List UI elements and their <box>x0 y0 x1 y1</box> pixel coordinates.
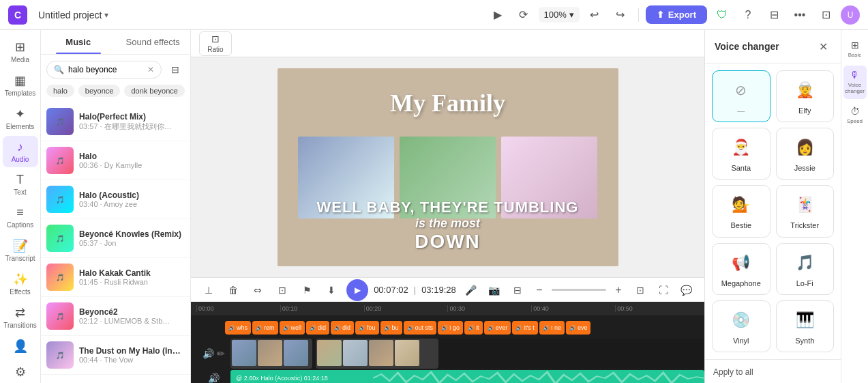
project-name-container[interactable]: Untitled project ▾ <box>38 10 108 20</box>
sidebar-item-transitions[interactable]: ⇄ Transitions <box>3 301 38 333</box>
download-button[interactable]: ⬇ <box>322 281 341 300</box>
tag-beyonce[interactable]: beyonce <box>78 85 121 97</box>
video-volume-button[interactable]: 🔊 <box>203 348 214 359</box>
video-block-1 <box>230 339 312 369</box>
chip[interactable]: 🔊I go <box>438 321 463 335</box>
search-icon: 🔍 <box>54 65 64 74</box>
list-item[interactable]: 🎵 Halo 00:36 · Dy Kamylle <box>41 141 190 180</box>
tab-music[interactable]: Music <box>41 30 116 54</box>
rewind-button[interactable]: ⟳ <box>513 4 535 26</box>
list-item[interactable]: 🎵 Halo Kakak Cantik 01:45 · Rusli Ridwan <box>41 258 190 297</box>
split-clip-button[interactable]: ⊥ <box>199 281 218 300</box>
chip[interactable]: 🔊did <box>331 321 354 335</box>
search-filter-button[interactable]: ⊟ <box>166 60 185 79</box>
flag-button[interactable]: ⚑ <box>297 281 316 300</box>
sidebar-item-audio[interactable]: ♪ Audio <box>3 136 38 167</box>
chip[interactable]: 🔊fou <box>355 321 379 335</box>
list-item[interactable]: 🎵 Halo (Acoustic) 03:40 · Amoy zee <box>41 180 190 219</box>
tag-halo[interactable]: halo <box>46 85 74 97</box>
zoom-out-button[interactable]: − <box>531 282 548 298</box>
ruler-mark: 00:10 <box>280 305 364 312</box>
crop-button[interactable]: ⊡ <box>273 281 292 300</box>
search-clear-button[interactable]: ✕ <box>147 65 154 74</box>
apply-to-all-button[interactable]: Apply to all <box>713 367 753 377</box>
layout-button[interactable]: ⊟ <box>763 4 785 26</box>
export-icon: ⬆ <box>657 10 664 20</box>
chip[interactable]: 🔊rem <box>252 321 278 335</box>
audio-volume-button[interactable]: 🔊 <box>208 373 220 383</box>
play-preview-button[interactable]: ▶ <box>487 4 509 26</box>
tag-donk-beyonce[interactable]: donk beyonce <box>124 85 185 97</box>
timeline-play-button[interactable]: ▶ <box>346 279 368 301</box>
voice-option-jessie[interactable]: 👩 Jessie <box>776 128 835 180</box>
voice-option-lofi[interactable]: 🎵 Lo-Fi <box>776 243 835 295</box>
topbar-controls: ▶ ⟳ 100% ▾ ↩ ↪ ⬆ Export 🛡 ? ⊟ ••• ⊡ U <box>487 4 860 26</box>
more-button[interactable]: ••• <box>789 4 811 26</box>
chip[interactable]: 🔊it's t <box>512 321 538 335</box>
chip[interactable]: 🔊did <box>306 321 329 335</box>
video-track-content[interactable] <box>230 339 704 369</box>
microphone-button[interactable]: 🎤 <box>462 281 481 300</box>
chip[interactable]: 🔊it <box>464 321 483 335</box>
list-item[interactable]: 🎵 The Dust on My Halo (Instrumental) 00:… <box>41 336 190 375</box>
chip[interactable]: 🔊well <box>280 321 305 335</box>
fullscreen-button[interactable]: ⛶ <box>654 281 673 300</box>
voice-option-synth[interactable]: 🎹 Synth <box>776 300 835 352</box>
undo-button[interactable]: ↩ <box>584 4 605 26</box>
ratio-button[interactable]: ⊡ Ratio <box>199 31 232 56</box>
user-avatar[interactable]: U <box>841 5 860 25</box>
audio-waveform[interactable]: @ 2.60x Halo (Acoustic) 01:24:18 <box>230 370 704 383</box>
tab-sound-effects[interactable]: Sound effects <box>116 30 191 54</box>
chip[interactable]: 🔊whs <box>225 321 251 335</box>
sidebar-item-text[interactable]: T Text <box>3 169 38 200</box>
zoom-slider[interactable] <box>552 289 606 291</box>
voice-option-bestie[interactable]: 💁 Bestie <box>712 185 770 237</box>
sidebar-item-settings[interactable]: ⚙ <box>3 360 38 383</box>
search-input[interactable] <box>68 65 143 74</box>
redo-button[interactable]: ↪ <box>610 4 631 26</box>
chip[interactable]: 🔊ever <box>484 321 511 335</box>
right-sidebar-item-basic[interactable]: ⊞ Basic <box>843 36 867 63</box>
right-sidebar-item-voice-changer[interactable]: 🎙 Voice changer <box>843 66 867 99</box>
sidebar-item-profile[interactable]: 👤 <box>3 335 38 358</box>
chip[interactable]: 🔊bu <box>380 321 402 335</box>
voice-option-trickster[interactable]: 🃏 Trickster <box>776 185 835 237</box>
comment-button[interactable]: 💬 <box>677 281 696 300</box>
delete-button[interactable]: 🗑 <box>224 281 243 300</box>
right-sidebar-item-speed[interactable]: ⏱ Speed <box>843 102 867 129</box>
ratio-label: Ratio <box>207 46 223 53</box>
total-time: 03:19:28 <box>421 285 456 295</box>
list-item[interactable]: 🎵 Halo(Perfect Mix) 03:57 · 在哪里我就找到你… <box>41 102 190 141</box>
list-item[interactable]: 🎵 Beyoncé2 02:12 · LUMEMOB & Stb… <box>41 297 190 336</box>
voice-option-santa[interactable]: 🎅 Santa <box>712 128 770 180</box>
chip[interactable]: 🔊out sts <box>404 321 437 335</box>
zoom-in-button[interactable]: + <box>610 282 627 298</box>
split-view-timeline-button[interactable]: ⊟ <box>508 281 527 300</box>
sidebar-item-media[interactable]: ⊞ Media <box>3 36 38 68</box>
chip[interactable]: 🔊I ne <box>539 321 565 335</box>
voice-option-elfy[interactable]: 🧝 Elfy <box>776 70 835 122</box>
sidebar-item-captions[interactable]: ≡ Captions <box>3 201 38 233</box>
list-item[interactable]: 🎵 Beyoncé Knowles (Remix) 05:37 · Jon <box>41 219 190 258</box>
camera-button[interactable]: 📷 <box>485 281 504 300</box>
sidebar-item-transcript[interactable]: 📝 Transcript <box>3 234 38 266</box>
sidebar-item-templates[interactable]: ▦ Templates <box>3 69 38 101</box>
split-view-button[interactable]: ⊡ <box>815 4 837 26</box>
export-button[interactable]: ⬆ Export <box>646 5 707 24</box>
split-button[interactable]: ⇔ <box>248 281 267 300</box>
voice-panel-close-button[interactable]: ✕ <box>815 38 831 55</box>
zoom-selector[interactable]: 100% ▾ <box>539 7 580 23</box>
video-edit-button[interactable]: ✏ <box>217 348 225 359</box>
fit-button[interactable]: ⊡ <box>631 281 650 300</box>
zoom-chevron-icon: ▾ <box>569 10 574 20</box>
shield-button[interactable]: 🛡 <box>711 4 733 26</box>
voice-option-megaphone[interactable]: 📢 Megaphone <box>712 243 770 295</box>
music-list: 🎵 Halo(Perfect Mix) 03:57 · 在哪里我就找到你… 🎵 … <box>41 102 190 383</box>
voice-option-vinyl[interactable]: 💿 Vinyl <box>712 300 770 352</box>
sidebar-item-effects[interactable]: ✨ Effects <box>3 268 38 300</box>
chip[interactable]: 🔊eve <box>566 321 591 335</box>
help-button[interactable]: ? <box>737 4 759 26</box>
sidebar-item-elements[interactable]: ✦ Elements <box>3 102 38 134</box>
audio-icon: ♪ <box>17 140 23 154</box>
voice-option-none[interactable]: ⊘ — <box>712 70 770 122</box>
